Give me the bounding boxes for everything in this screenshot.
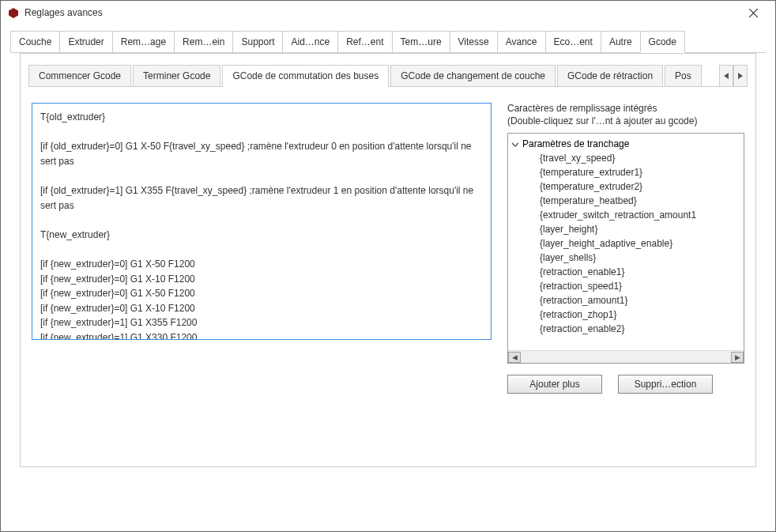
svg-marker-3 <box>724 73 729 79</box>
tree-item[interactable]: {temperature_extruder2} <box>508 179 744 194</box>
placeholders-heading: Caractères de remplissage intégrés <box>507 103 744 114</box>
main-tab[interactable]: Vitesse <box>450 31 498 52</box>
chevron-right-icon <box>738 73 743 79</box>
placeholders-subheading: (Double-cliquez sur l'…nt à ajouter au g… <box>507 115 744 126</box>
main-tab-strip: CoucheExtruderRem…ageRem…einSupportAid…n… <box>10 31 766 53</box>
tree-root-node[interactable]: Paramètres de tranchage <box>508 137 744 151</box>
placeholder-buttons-row: Ajouter plus Suppri…ection <box>507 375 744 394</box>
main-tab[interactable]: Support <box>232 31 283 52</box>
tree-item[interactable]: {layer_height_adaptive_enable} <box>508 236 744 251</box>
tree-item[interactable]: {temperature_extruder1} <box>508 165 744 179</box>
window-title: Reglages avances <box>24 7 737 18</box>
main-tab[interactable]: Extruder <box>59 31 112 52</box>
chevron-left-icon <box>724 73 729 79</box>
inner-tab[interactable]: Pos <box>665 65 702 86</box>
inner-tab[interactable]: GCode de rétraction <box>557 65 663 86</box>
main-tab[interactable]: Aid…nce <box>282 31 338 52</box>
inner-tab[interactable]: Terminer Gcode <box>133 65 220 86</box>
gcode-panel: Commencer GcodeTerminer GcodeGCode de co… <box>20 53 756 467</box>
inner-tab[interactable]: Commencer Gcode <box>28 65 131 86</box>
svg-marker-4 <box>738 73 743 79</box>
chevron-down-icon <box>511 140 519 148</box>
main-tab[interactable]: Ref…ent <box>337 31 392 52</box>
close-button[interactable] <box>737 1 769 25</box>
tree-horizontal-scrollbar[interactable]: ◀ ▶ <box>508 350 744 363</box>
tree-item[interactable]: {retraction_enable2} <box>508 322 744 336</box>
tree-item[interactable]: {layer_height} <box>508 222 744 236</box>
tree-body[interactable]: Paramètres de tranchage {travel_xy_speed… <box>508 134 744 350</box>
main-tab[interactable]: Tem…ure <box>392 31 450 52</box>
close-icon <box>749 9 758 17</box>
tree-item[interactable]: {retraction_enable1} <box>508 265 744 279</box>
tree-item[interactable]: {retraction_zhop1} <box>508 308 744 322</box>
tree-root-label: Paramètres de tranchage <box>522 138 629 149</box>
tab-scroll-controls <box>719 65 748 86</box>
inner-tab[interactable]: GCode de changement de couche <box>390 65 556 86</box>
tree-item[interactable]: {extruder_switch_retraction_amount1 <box>508 208 744 222</box>
main-tab[interactable]: Eco…ent <box>545 31 601 52</box>
hscroll-left-button[interactable]: ◀ <box>508 352 521 363</box>
delete-selection-button[interactable]: Suppri…ection <box>618 375 713 394</box>
main-tab[interactable]: Couche <box>10 31 60 52</box>
gcode-textarea[interactable] <box>32 103 492 340</box>
tab-scroll-right[interactable] <box>733 65 748 86</box>
main-tab[interactable]: Rem…age <box>112 31 175 52</box>
tab-scroll-left[interactable] <box>719 65 733 86</box>
gcode-editor-column <box>32 103 492 458</box>
tree-item[interactable]: {temperature_heatbed} <box>508 194 744 208</box>
tree-item[interactable]: {retraction_speed1} <box>508 279 744 293</box>
inner-tab-strip: Commencer GcodeTerminer GcodeGCode de co… <box>28 65 748 87</box>
add-more-button[interactable]: Ajouter plus <box>507 375 602 394</box>
main-tab[interactable]: Gcode <box>640 31 685 53</box>
main-tab[interactable]: Avance <box>497 31 546 52</box>
hscroll-right-button[interactable]: ▶ <box>731 352 744 363</box>
main-tab[interactable]: Autre <box>601 31 641 52</box>
content-row: Caractères de remplissage intégrés (Doub… <box>21 87 755 466</box>
placeholders-tree: Paramètres de tranchage {travel_xy_speed… <box>507 133 744 364</box>
inner-tab[interactable]: GCode de commutation des buses <box>222 65 389 87</box>
main-tab[interactable]: Rem…ein <box>174 31 233 52</box>
svg-marker-0 <box>9 8 18 18</box>
tree-item[interactable]: {retraction_amount1} <box>508 293 744 308</box>
app-icon <box>7 6 20 19</box>
titlebar: Reglages avances <box>1 1 775 25</box>
tree-item[interactable]: {layer_shells} <box>508 251 744 265</box>
placeholders-column: Caractères de remplissage intégrés (Doub… <box>507 103 744 458</box>
tree-item[interactable]: {travel_xy_speed} <box>508 151 744 165</box>
